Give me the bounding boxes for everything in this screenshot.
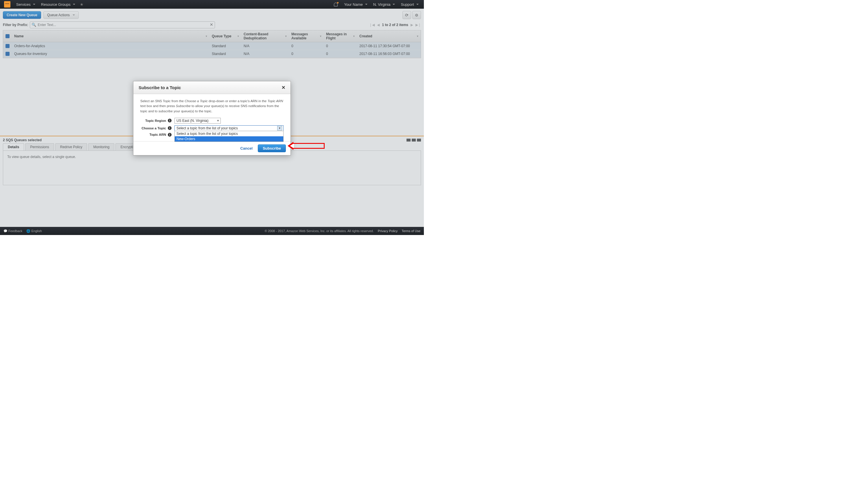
language-link[interactable]: 🌐 English xyxy=(26,229,42,233)
page-prev-icon[interactable]: ◀ xyxy=(377,23,380,27)
sort-icon: ▾ xyxy=(417,35,418,38)
col-select-all[interactable] xyxy=(3,30,12,42)
cell-created: 2017-08-11 17:30:54 GMT-07:00 xyxy=(357,42,421,50)
toolbar: Create New Queue Queue Actions xyxy=(0,9,424,22)
region-menu[interactable]: N. Virginia xyxy=(370,2,398,7)
details-body: To view queue details, select a single q… xyxy=(3,150,421,185)
caret-down-icon xyxy=(73,14,75,16)
bell-icon xyxy=(334,3,338,6)
services-menu[interactable]: Services xyxy=(13,2,38,7)
region-label: N. Virginia xyxy=(373,2,391,7)
tab-details[interactable]: Details xyxy=(3,143,24,150)
page-last-icon[interactable]: ▶❘ xyxy=(415,23,421,27)
desc-em: Subscribe xyxy=(176,104,191,108)
services-label: Services xyxy=(16,2,31,7)
sort-icon: ▾ xyxy=(206,35,207,38)
cell-created: 2017-08-11 16:56:03 GMT-07:00 xyxy=(357,50,421,58)
support-menu[interactable]: Support xyxy=(398,2,422,7)
cell-cbd: N/A xyxy=(241,42,289,50)
refresh-button[interactable] xyxy=(402,11,411,19)
cell-qtype: Standard xyxy=(210,50,241,58)
notifications[interactable] xyxy=(331,3,341,6)
privacy-link[interactable]: Privacy Policy xyxy=(378,229,398,233)
layout-split-icon[interactable] xyxy=(412,139,416,142)
page-next-icon[interactable]: ▶ xyxy=(410,23,413,27)
create-queue-button[interactable]: Create New Queue xyxy=(3,11,41,19)
col-messages-in-flight[interactable]: Messages in Flight▾ xyxy=(324,30,357,42)
sort-icon: ▾ xyxy=(353,35,355,38)
caret-down-icon xyxy=(73,4,75,5)
col-name[interactable]: Name▾ xyxy=(12,30,210,42)
desc-em: Choose a Topic xyxy=(185,99,208,103)
refresh-icon xyxy=(405,13,408,18)
sort-icon: ▾ xyxy=(285,35,287,38)
subscribe-button[interactable]: Subscribe xyxy=(258,144,286,152)
topic-option-new-orders[interactable]: New-Orders xyxy=(175,136,283,142)
col-created-label: Created xyxy=(359,34,372,38)
caret-down-icon xyxy=(33,4,35,5)
clear-filter-icon[interactable]: ✕ xyxy=(210,22,213,27)
feedback-link[interactable]: 💬 Feedback xyxy=(3,229,22,233)
desc-part: Select an SNS Topic from the xyxy=(140,99,185,103)
col-cbd[interactable]: Content-Based Deduplication▾ xyxy=(241,30,289,42)
filter-input[interactable] xyxy=(30,22,215,28)
cell-name: Orders-for-Analytics xyxy=(12,42,210,50)
col-ma-label: Messages Available xyxy=(291,32,320,40)
desc-em: Topic ARN xyxy=(267,99,283,103)
subscribe-modal: Subscribe to a Topic ✕ Select an SNS Top… xyxy=(133,81,291,155)
col-queue-type[interactable]: Queue Type▾ xyxy=(210,30,241,42)
queue-actions-button[interactable]: Queue Actions xyxy=(43,11,79,19)
queue-actions-label: Queue Actions xyxy=(47,13,70,17)
gear-icon xyxy=(415,13,418,18)
tab-redrive[interactable]: Redrive Policy xyxy=(55,143,87,150)
topic-region-select[interactable]: US East (N. Virginia) ▼ xyxy=(175,118,221,124)
aws-logo-icon[interactable] xyxy=(4,1,10,7)
page-first-icon[interactable]: ❘◀ xyxy=(369,23,375,27)
sort-icon: ▾ xyxy=(238,35,239,38)
user-menu[interactable]: Your Name xyxy=(341,2,370,7)
topic-dropdown: Select a topic from the list of your top… xyxy=(175,131,283,142)
cell-mif: 0 xyxy=(324,50,357,58)
col-messages-available[interactable]: Messages Available▾ xyxy=(289,30,324,42)
topic-option-placeholder[interactable]: Select a topic from the list of your top… xyxy=(175,131,283,136)
resource-groups-menu[interactable]: Resource Groups xyxy=(38,2,78,7)
col-created[interactable]: Created▾ xyxy=(357,30,421,42)
cell-ma: 0 xyxy=(289,42,324,50)
topic-region-label: Topic Region xyxy=(140,119,168,122)
info-icon[interactable]: i xyxy=(168,126,172,130)
row-checkbox[interactable] xyxy=(5,44,9,48)
close-icon[interactable]: ✕ xyxy=(281,85,285,90)
row-checkbox[interactable] xyxy=(5,52,9,56)
tab-permissions[interactable]: Permissions xyxy=(25,143,54,150)
terms-link[interactable]: Terms of Use xyxy=(402,229,421,233)
table-header: Name▾ Queue Type▾ Content-Based Deduplic… xyxy=(3,30,421,42)
layout-max-icon[interactable] xyxy=(417,139,421,142)
cancel-button[interactable]: Cancel xyxy=(241,146,253,150)
search-icon: 🔍 xyxy=(32,23,36,27)
table-row[interactable]: Orders-for-Analytics Standard N/A 0 0 20… xyxy=(3,42,421,50)
table-row[interactable]: Queues-for-Inventory Standard N/A 0 0 20… xyxy=(3,50,421,58)
chevron-down-icon: ▼ xyxy=(217,119,219,122)
modal-description: Select an SNS Topic from the Choose a To… xyxy=(140,99,283,114)
caret-down-icon xyxy=(416,4,418,5)
choose-topic-select[interactable]: Select a topic from the list of your top… xyxy=(175,125,283,131)
topic-region-value: US East (N. Virginia) xyxy=(177,119,208,123)
pin-icon[interactable]: ★ xyxy=(78,2,85,7)
cell-cbd: N/A xyxy=(241,50,289,58)
topic-arn-label: Topic ARN xyxy=(140,133,168,136)
info-icon[interactable]: i xyxy=(168,133,172,137)
cell-name: Queues-for-Inventory xyxy=(12,50,210,58)
modal-title: Subscribe to a Topic xyxy=(138,85,181,90)
resource-groups-label: Resource Groups xyxy=(41,2,71,7)
settings-button[interactable] xyxy=(412,11,421,19)
info-icon[interactable]: i xyxy=(168,119,172,122)
filter-bar: Filter by Prefix: 🔍 ✕ ❘◀ ◀ 1 to 2 of 2 i… xyxy=(0,22,424,30)
page-status: 1 to 2 of 2 items xyxy=(382,23,408,27)
cell-ma: 0 xyxy=(289,50,324,58)
choose-topic-label: Choose a Topic xyxy=(140,126,168,130)
selection-title: 2 SQS Queues selected xyxy=(3,138,42,142)
user-label: Your Name xyxy=(344,2,363,7)
layout-min-icon[interactable] xyxy=(406,139,410,142)
support-label: Support xyxy=(401,2,414,7)
tab-monitoring[interactable]: Monitoring xyxy=(88,143,114,150)
